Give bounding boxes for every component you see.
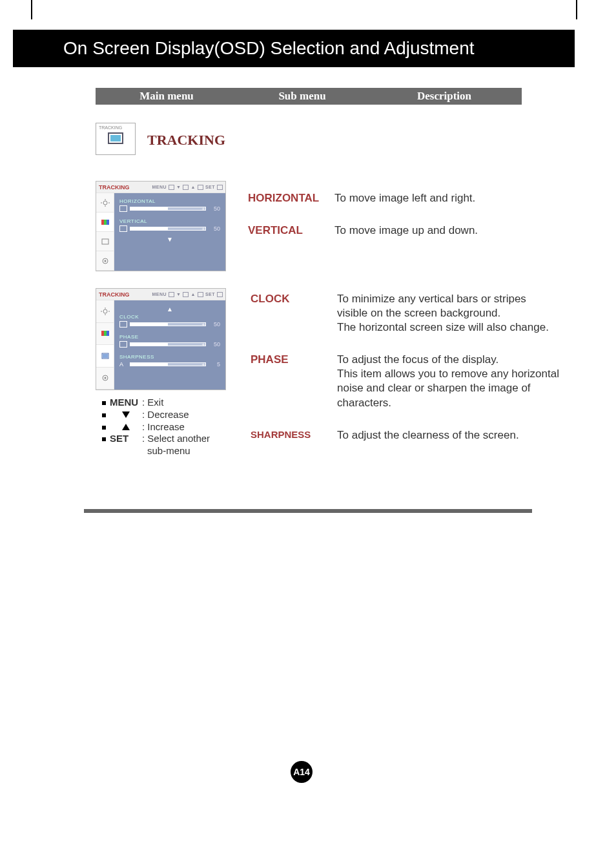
svg-point-0 bbox=[103, 201, 107, 205]
osd-row-phase: PHASE − + 50 bbox=[119, 334, 220, 348]
slider: − + bbox=[130, 207, 206, 211]
col-main-menu: Main menu bbox=[96, 90, 238, 103]
svg-point-10 bbox=[104, 260, 106, 262]
phase-icon bbox=[119, 341, 127, 348]
osd-panel-horizontal-vertical: TRACKING MENU ▼ ▲ SET bbox=[96, 181, 226, 271]
plus-box-icon bbox=[198, 292, 203, 297]
legend-desc: : Increase bbox=[142, 421, 185, 433]
setup-icon bbox=[96, 251, 114, 271]
horizontal-icon bbox=[119, 205, 127, 212]
plus-icon: + bbox=[200, 362, 207, 368]
osd-header: TRACKING MENU ▼ ▲ SET bbox=[96, 182, 225, 193]
menu-box-icon bbox=[169, 292, 174, 297]
column-header-bar: Main menu Sub menu Description bbox=[96, 88, 522, 105]
row-label: VERTICAL bbox=[119, 218, 220, 224]
legend-desc: : Decrease bbox=[142, 409, 189, 421]
slider: − + bbox=[130, 342, 206, 346]
tracking-tab-icon bbox=[96, 345, 114, 368]
osd-row-clock: CLOCK − + 50 bbox=[119, 314, 220, 328]
scroll-up-icon: ▲ bbox=[119, 306, 220, 313]
plus-icon: + bbox=[200, 226, 207, 233]
triangle-up-icon bbox=[122, 424, 130, 430]
bullet-icon bbox=[102, 437, 106, 441]
svg-rect-5 bbox=[101, 220, 104, 225]
svg-rect-7 bbox=[107, 220, 109, 225]
osd-sidebar bbox=[96, 300, 114, 390]
def-key: SHARPNESS bbox=[251, 428, 337, 442]
def-desc: To move image left and right. bbox=[334, 191, 475, 205]
def-desc: To adjust the focus of the display. This… bbox=[337, 353, 559, 410]
def-key: CLOCK bbox=[251, 292, 337, 335]
slider: − + bbox=[130, 227, 206, 231]
def-desc: To adjust the clearness of the screen. bbox=[337, 428, 519, 442]
definitions-lower: CLOCK To minimize any vertical bars or s… bbox=[251, 292, 559, 461]
section-title: TRACKING bbox=[147, 132, 225, 149]
set-box-icon bbox=[217, 185, 223, 190]
plus-box-icon bbox=[198, 185, 203, 190]
osd-header-controls: MENU ▼ ▲ SET bbox=[152, 185, 223, 190]
legend-key: SET bbox=[110, 433, 142, 445]
osd-row-horizontal: HORIZONTAL − + 50 bbox=[119, 198, 220, 212]
legend-desc: : Select another bbox=[142, 433, 210, 445]
set-label: SET bbox=[205, 292, 215, 297]
slider: − + bbox=[130, 322, 206, 326]
tracking-icon-card: TRACKING bbox=[96, 123, 136, 155]
up-icon: ▲ bbox=[190, 185, 195, 189]
plus-icon: + bbox=[200, 322, 207, 328]
osd-content: HORIZONTAL − + 50 VERTICAL − bbox=[114, 193, 225, 271]
osd-header-controls: MENU ▼ ▲ SET bbox=[152, 292, 223, 297]
value: 50 bbox=[209, 225, 220, 232]
bullet-icon bbox=[102, 413, 106, 417]
tracking-tab-icon bbox=[96, 232, 114, 251]
bullet-icon bbox=[102, 426, 106, 430]
crop-mark bbox=[576, 0, 577, 19]
page-title-bar: On Screen Display(OSD) Selection and Adj… bbox=[13, 30, 575, 67]
setup-icon bbox=[96, 368, 114, 390]
osd-title: TRACKING bbox=[99, 291, 130, 298]
up-icon: ▲ bbox=[190, 292, 195, 297]
def-key: VERTICAL bbox=[248, 224, 334, 238]
crop-mark bbox=[31, 0, 32, 19]
svg-point-22 bbox=[104, 377, 106, 379]
down-icon: ▼ bbox=[176, 292, 181, 297]
legend-key: MENU bbox=[110, 397, 142, 409]
menu-label: MENU bbox=[152, 292, 167, 297]
svg-rect-8 bbox=[102, 239, 108, 244]
color-icon bbox=[96, 213, 114, 232]
tracking-icon bbox=[108, 132, 123, 144]
def-key: PHASE bbox=[251, 353, 337, 410]
plus-icon: + bbox=[200, 206, 207, 213]
triangle-down-icon bbox=[122, 411, 130, 418]
row-label: PHASE bbox=[119, 334, 220, 340]
svg-rect-18 bbox=[107, 331, 109, 336]
clock-icon bbox=[119, 321, 127, 328]
row-label: SHARPNESS bbox=[119, 354, 220, 360]
col-sub-menu: Sub menu bbox=[238, 90, 367, 103]
color-icon bbox=[96, 323, 114, 346]
osd-header: TRACKING MENU ▼ ▲ SET bbox=[96, 289, 225, 300]
page-number: A14 bbox=[293, 767, 310, 777]
osd-sidebar bbox=[96, 193, 114, 271]
osd-panel-clock-phase: TRACKING MENU ▼ ▲ SET bbox=[96, 288, 226, 390]
brightness-icon bbox=[96, 300, 114, 323]
def-key: HORIZONTAL bbox=[248, 191, 334, 205]
minus-box-icon bbox=[183, 185, 189, 190]
svg-point-11 bbox=[103, 309, 107, 313]
value: 50 bbox=[209, 341, 220, 348]
menu-label: MENU bbox=[152, 185, 167, 189]
row-label: CLOCK bbox=[119, 314, 220, 320]
osd-row-vertical: VERTICAL − + 50 bbox=[119, 218, 220, 232]
scroll-down-icon: ▼ bbox=[119, 236, 220, 243]
page-number-badge: A14 bbox=[291, 761, 313, 783]
value: 50 bbox=[209, 321, 220, 328]
svg-rect-17 bbox=[104, 331, 107, 336]
value: 5 bbox=[209, 361, 220, 368]
definitions-upper: HORIZONTAL To move image left and right.… bbox=[248, 191, 557, 256]
bullet-icon bbox=[102, 401, 106, 405]
divider bbox=[84, 509, 532, 513]
legend-desc: : Exit bbox=[142, 397, 163, 409]
minus-box-icon bbox=[183, 292, 189, 297]
def-desc: To minimize any vertical bars or stripes… bbox=[337, 292, 559, 335]
sharpness-icon: A bbox=[119, 361, 127, 368]
set-box-icon bbox=[217, 292, 223, 297]
